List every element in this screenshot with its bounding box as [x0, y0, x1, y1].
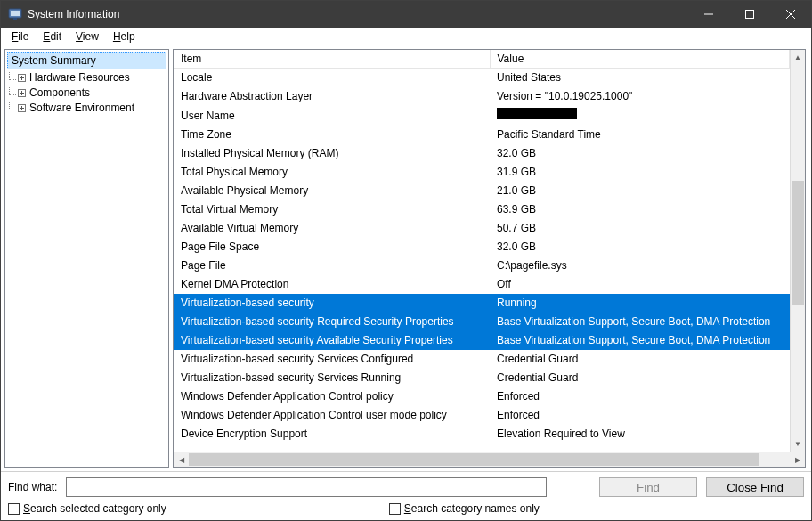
expand-icon[interactable] — [18, 89, 26, 97]
menu-edit[interactable]: Edit — [36, 28, 69, 45]
tree-item-hardware-resources[interactable]: Hardware Resources — [7, 70, 166, 85]
cell-value: Enforced — [490, 406, 790, 425]
tree-item-components[interactable]: Components — [7, 85, 166, 100]
table-row[interactable]: LocaleUnited States — [174, 69, 790, 88]
tree-root-system-summary[interactable]: System Summary — [7, 52, 166, 69]
scroll-right-icon[interactable]: ▶ — [790, 452, 805, 467]
checkbox-icon — [389, 503, 401, 515]
maximize-button[interactable] — [729, 1, 770, 28]
table-row[interactable]: Kernel DMA ProtectionOff — [174, 275, 790, 294]
titlebar[interactable]: System Information — [1, 1, 811, 28]
table-row[interactable]: Time ZonePacific Standard Time — [174, 126, 790, 144]
menubar: File Edit View Help — [1, 28, 811, 45]
cell-item: Total Virtual Memory — [174, 200, 490, 219]
svg-rect-2 — [13, 18, 17, 20]
cell-value: Enforced — [490, 387, 790, 406]
tree-item-label: Hardware Resources — [29, 71, 130, 84]
cell-value: Credential Guard — [490, 350, 790, 369]
cell-value: 32.0 GB — [490, 144, 790, 163]
cell-value — [490, 106, 790, 126]
tree-pane[interactable]: System Summary Hardware Resources Compon… — [4, 49, 169, 468]
scroll-left-icon[interactable]: ◀ — [174, 452, 189, 467]
cell-value: Elevation Required to View — [490, 425, 790, 444]
scroll-thumb-vertical[interactable] — [792, 181, 804, 305]
table-row[interactable]: Total Virtual Memory63.9 GB — [174, 200, 790, 219]
checkbox-label: Search category names only — [404, 502, 540, 515]
window-title: System Information — [28, 8, 688, 20]
cell-value: 50.7 GB — [490, 219, 790, 238]
tree-item-software-environment[interactable]: Software Environment — [7, 101, 166, 115]
expand-icon[interactable] — [18, 104, 26, 112]
find-input[interactable] — [66, 477, 547, 497]
close-button[interactable] — [770, 1, 811, 28]
cell-item: Page File — [174, 256, 490, 275]
cell-item: Virtualization-based security — [174, 294, 490, 313]
svg-rect-1 — [11, 11, 20, 16]
cell-value: Version = "10.0.19025.1000" — [490, 87, 790, 106]
cell-value: C:\pagefile.sys — [490, 256, 790, 275]
find-button[interactable]: Find — [599, 477, 697, 497]
menu-help[interactable]: Help — [106, 28, 142, 45]
checkbox-search-selected-category[interactable]: Search selected category only — [8, 502, 166, 515]
table-row[interactable]: Virtualization-based security Services C… — [174, 350, 790, 369]
scroll-up-icon[interactable]: ▲ — [791, 50, 805, 65]
cell-item: Locale — [174, 69, 490, 88]
table-row[interactable]: Hardware Abstraction LayerVersion = "10.… — [174, 87, 790, 106]
tree-item-label: Components — [29, 86, 90, 99]
table-row[interactable]: Installed Physical Memory (RAM)32.0 GB — [174, 144, 790, 163]
menu-view[interactable]: View — [69, 28, 106, 45]
tree-item-label: Software Environment — [29, 102, 134, 114]
table-row[interactable]: Total Physical Memory31.9 GB — [174, 163, 790, 182]
horizontal-scrollbar[interactable]: ◀ ▶ — [174, 452, 805, 467]
cell-value: Base Virtualization Support, Secure Boot… — [490, 313, 790, 331]
cell-value: Base Virtualization Support, Secure Boot… — [490, 331, 790, 350]
cell-item: Virtualization-based security Services C… — [174, 350, 490, 369]
table-row[interactable]: Page FileC:\pagefile.sys — [174, 256, 790, 275]
cell-value: Pacific Standard Time — [490, 126, 790, 144]
app-icon — [8, 7, 22, 21]
cell-item: Windows Defender Application Control use… — [174, 406, 490, 425]
column-header-value[interactable]: Value — [490, 50, 790, 69]
close-find-button[interactable]: Close Find — [706, 477, 804, 497]
expand-icon[interactable] — [18, 74, 26, 82]
column-header-item[interactable]: Item — [174, 50, 490, 69]
scroll-down-icon[interactable]: ▼ — [791, 436, 805, 452]
table-row[interactable]: Virtualization-based security Available … — [174, 331, 790, 350]
table-row[interactable]: Windows Defender Application Control pol… — [174, 387, 790, 406]
find-label: Find what: — [8, 481, 57, 493]
table-row[interactable]: Virtualization-based security Services R… — [174, 369, 790, 387]
cell-value: 32.0 GB — [490, 238, 790, 256]
vertical-scrollbar[interactable]: ▲ ▼ — [790, 50, 805, 452]
list-body[interactable]: Item Value LocaleUnited StatesHardware A… — [174, 50, 790, 452]
svg-rect-4 — [746, 11, 754, 19]
cell-item: Available Physical Memory — [174, 182, 490, 200]
cell-item: Windows Defender Application Control pol… — [174, 387, 490, 406]
cell-item: Total Physical Memory — [174, 163, 490, 182]
cell-item: Available Virtual Memory — [174, 219, 490, 238]
cell-value: 31.9 GB — [490, 163, 790, 182]
table-row[interactable]: User Name — [174, 106, 790, 126]
cell-item: Virtualization-based security Required S… — [174, 313, 490, 331]
cell-item: User Name — [174, 106, 490, 126]
checkbox-search-category-names[interactable]: Search category names only — [389, 502, 540, 515]
table-row[interactable]: Available Physical Memory21.0 GB — [174, 182, 790, 200]
cell-item: Device Encryption Support — [174, 425, 490, 444]
cell-value: 21.0 GB — [490, 182, 790, 200]
checkbox-label: Search selected category only — [23, 502, 166, 515]
menu-file[interactable]: File — [4, 28, 36, 45]
minimize-button[interactable] — [688, 1, 729, 28]
checkbox-icon — [8, 503, 20, 515]
table-row[interactable]: Virtualization-based security Required S… — [174, 313, 790, 331]
cell-item: Hardware Abstraction Layer — [174, 87, 490, 106]
table-row[interactable]: Virtualization-based securityRunning — [174, 294, 790, 313]
cell-item: Kernel DMA Protection — [174, 275, 490, 294]
scroll-thumb-horizontal[interactable] — [189, 453, 759, 466]
table-row[interactable]: Page File Space32.0 GB — [174, 238, 790, 256]
cell-value: 63.9 GB — [490, 200, 790, 219]
table-row[interactable]: Windows Defender Application Control use… — [174, 406, 790, 425]
table-row[interactable]: Device Encryption SupportElevation Requi… — [174, 425, 790, 444]
table-row[interactable]: Available Virtual Memory50.7 GB — [174, 219, 790, 238]
cell-item: Virtualization-based security Available … — [174, 331, 490, 350]
redacted-value — [497, 108, 577, 119]
cell-value: Running — [490, 294, 790, 313]
